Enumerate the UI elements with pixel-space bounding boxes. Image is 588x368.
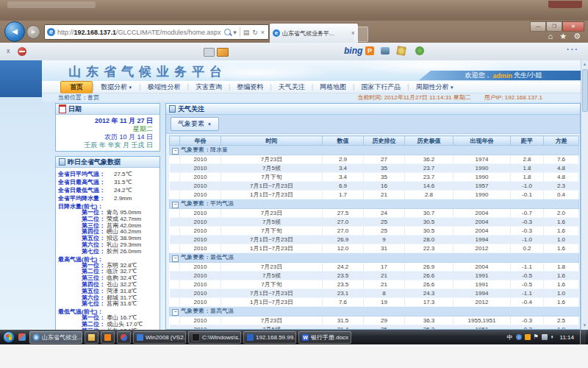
stop-sign-icon[interactable] [18, 47, 26, 56]
table-row[interactable]: 20101月1日~7月23日12.03122.320120.21.6 [170, 244, 579, 253]
language-indicator[interactable]: 中 [507, 333, 513, 342]
taskbar-window-button[interactable]: Win2008 (VS2... [133, 331, 186, 344]
collapse-icon[interactable]: − [172, 148, 179, 155]
scrollbar-up-arrow[interactable]: ▲ [581, 60, 588, 68]
stop-icon[interactable]: × [261, 29, 265, 36]
card-icon[interactable] [204, 48, 215, 57]
browser-tab[interactable]: e 山东省气候业务平... × [269, 23, 359, 43]
forward-button[interactable]: ► [26, 25, 40, 39]
maximize-button[interactable]: ❐ [546, 21, 562, 32]
nav-item[interactable]: 极端性分析 [141, 82, 187, 92]
globe-tray-icon[interactable] [516, 334, 522, 340]
taskbar-window-button[interactable]: 192.168.59.99... [243, 331, 296, 344]
user-ip-text: 用户IP: 192.168.137.1 [484, 93, 542, 102]
dropdown-arrow-icon: ▼ [207, 122, 212, 127]
nav-item[interactable]: 国家下行产品 [354, 82, 407, 92]
nav-item[interactable]: 天气关注 [272, 82, 312, 92]
element-filter-button[interactable]: 气象要素▼ [171, 117, 219, 131]
tools-gear-icon[interactable]: ⚙ [573, 32, 581, 41]
search-dropdown-icon[interactable]: ▾ [233, 29, 237, 36]
table-row[interactable]: 20107月23日31.52936.31955,1951-0.32.5 [170, 316, 579, 325]
table-cell: 7月下旬 [221, 280, 323, 289]
nav-item[interactable]: 数据分析▼ [94, 82, 139, 92]
scrollbar-thumb[interactable] [582, 69, 588, 112]
update-tray-icon[interactable] [525, 334, 531, 340]
taskbar-window-button[interactable]: C:\Windows\s... [188, 331, 241, 344]
refresh-icon[interactable]: ↻ [252, 29, 258, 36]
search-icon[interactable] [224, 29, 231, 35]
nav-item[interactable]: 整编资料 [230, 82, 270, 92]
nav-item[interactable]: 灾害查询 [189, 82, 229, 92]
home-icon[interactable]: ⌂ [548, 32, 553, 41]
toolbar-p-icon[interactable]: P [365, 46, 374, 55]
table-row[interactable]: 20107月1日~7月23日26.9928.01994-1.01.0 [170, 236, 579, 244]
taskbar-app-button[interactable] [117, 331, 131, 344]
current-time-text: 当前时间: 2012年11月27日 11:14:31 星期二 [357, 93, 470, 102]
favorites-star-icon[interactable]: ★ [559, 32, 567, 41]
collapse-icon[interactable]: − [172, 202, 179, 208]
bing-logo[interactable]: bing [344, 46, 362, 56]
table-cell: -0.3 [511, 227, 544, 236]
table-row[interactable]: 20107月23日27.52430.72004-0.72.0 [170, 209, 579, 218]
nav-item[interactable]: 网格地图 [313, 82, 353, 92]
envelope-icon[interactable] [217, 48, 229, 57]
action-center-flag-icon[interactable]: ⚑ [534, 334, 539, 340]
nav-item[interactable]: 周期性分析▼ [409, 82, 461, 92]
table-row[interactable]: 20107月1日~7月23日6.91614.61957-1.02.3 [170, 182, 579, 191]
page-scrollbar[interactable]: ▲ ▼ [581, 60, 588, 330]
collapse-icon[interactable]: − [172, 309, 179, 316]
camera-icon[interactable] [381, 47, 390, 54]
toolbar-more-icon[interactable]: ··· [567, 45, 579, 54]
show-desktop-button[interactable] [580, 330, 586, 344]
speaker-icon[interactable]: ◖ [551, 334, 554, 340]
word-icon: W [302, 334, 309, 341]
new-tab-button[interactable] [354, 26, 368, 42]
table-row[interactable]: 20107月1日~7月23日23.1824.31994-1.11.0 [170, 289, 579, 298]
toolbar-close-icon[interactable]: x [7, 47, 10, 54]
group-header-row[interactable]: −气象要素：降水量 [170, 146, 579, 155]
close-button[interactable]: ✕ [562, 21, 584, 32]
network-icon[interactable] [542, 334, 548, 340]
table-row[interactable]: 20107月下旬3.43523.719901.84.8 [170, 173, 579, 182]
group-header-row[interactable]: −气象要素：平均气温 [170, 199, 579, 209]
palette-icon[interactable] [396, 46, 406, 56]
table-cell: 22.3 [405, 244, 453, 253]
table-header-row: 年份时间数值历史排位历史极值出现年份距平方差 [170, 136, 579, 146]
taskbar-app-button[interactable] [101, 331, 115, 344]
window-titlebar[interactable] [0, 0, 588, 21]
table-row[interactable]: 20107月下旬27.02530.52004-0.31.6 [170, 227, 579, 236]
table-row[interactable]: 20101月1日~7月23日7.61917.32012-0.41.6 [170, 298, 579, 307]
url-text[interactable]: http://192.168.137.1/GLCCLIMATE/modules/… [57, 29, 223, 36]
table-row[interactable]: 20107月23日2.92736.219742.87.6 [170, 155, 579, 164]
group-header-row[interactable]: −气象要素：最高气温 [170, 307, 579, 316]
table-row[interactable]: 20101月1日~7月23日1.7212.81990-0.10.4 [170, 191, 579, 199]
table-cell: -0.7 [511, 209, 544, 218]
back-button[interactable]: ◄ [4, 21, 25, 42]
address-bar[interactable]: e http://192.168.137.1/GLCCLIMATE/module… [44, 24, 269, 40]
scrollbar-down-arrow[interactable]: ▼ [581, 322, 588, 330]
table-row[interactable]: 20107月5候23.52126.61991-0.51.6 [170, 272, 579, 280]
group-header-row[interactable]: −气象要素：最低气温 [170, 253, 579, 263]
table-row[interactable]: 20107月23日24.21726.92004-1.11.8 [170, 263, 579, 272]
row-expand-cell [170, 244, 180, 253]
collapse-icon[interactable]: − [172, 255, 179, 262]
taskbar-ie-button[interactable]: e 山东省气候业... [29, 331, 82, 344]
compatibility-view-icon[interactable]: ▤ [243, 29, 250, 36]
table-header-cell: 距平 [511, 136, 544, 146]
share-globe-icon[interactable] [415, 46, 424, 55]
taskbar-window-button[interactable]: W银行手册.docx ... [298, 331, 351, 344]
taskbar-folder-button[interactable] [85, 331, 98, 344]
table-row[interactable]: 20107月5候27.02530.52004-0.31.6 [170, 218, 579, 227]
tab-title[interactable]: 山东省气候业务平... [282, 29, 349, 38]
table-row[interactable]: 20107月下旬23.52126.61991-0.51.6 [170, 280, 579, 289]
taskbar-clock[interactable]: 11:14 [557, 334, 577, 341]
minimize-button[interactable]: — [530, 21, 546, 32]
table-cell: 7月5候 [221, 272, 323, 280]
start-button[interactable] [3, 331, 15, 343]
dropdown-arrow-icon: ▼ [450, 85, 454, 90]
orange-app-icon [104, 334, 111, 341]
quick-launch-icon[interactable] [18, 333, 26, 341]
nav-item-home[interactable]: 首页 [60, 81, 93, 93]
row-expand-cell [170, 191, 180, 199]
table-row[interactable]: 20107月5候3.43523.719901.84.8 [170, 164, 579, 173]
